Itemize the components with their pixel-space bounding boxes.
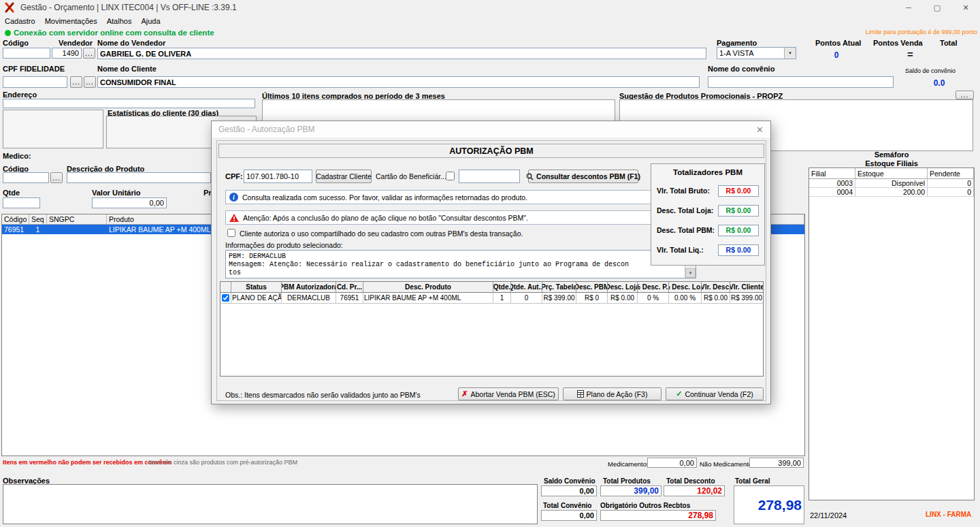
items-grid-header-codigo[interactable]: Código xyxy=(2,214,29,224)
estoque-cell-filial: 0003 xyxy=(809,179,855,187)
pbm-grid-header-autorizadora[interactable]: PBM Autorizadora xyxy=(282,282,336,293)
nao-medicamentos-value: 399,00 xyxy=(749,458,804,468)
pbm-grid-header-cdpr[interactable]: Cd. Pr... xyxy=(336,282,363,293)
menu-cadastro[interactable]: Cadastro xyxy=(0,16,40,27)
pbm-cpf-input[interactable]: 107.901.780-10 xyxy=(244,170,312,183)
items-grid-header-seq[interactable]: Seq xyxy=(29,214,47,224)
cpf-fidelidade-label: CPF FIDELIDADE xyxy=(3,65,65,73)
pbm-cell-autorizadora: DERMACLUB xyxy=(282,293,336,304)
estoque-header-pendente[interactable]: Pendente xyxy=(928,168,974,178)
observacoes-textarea[interactable] xyxy=(3,484,538,524)
vendedor-lookup-button[interactable]: ... xyxy=(83,48,95,59)
cartao-beneficiario-input[interactable] xyxy=(459,170,520,183)
estoque-grid: Filial Estoque Pendente 0003 Disponível … xyxy=(808,167,975,500)
consultar-descontos-button[interactable]: Consultar descontos PBM (F1) xyxy=(528,170,638,183)
produto-codigo-input[interactable] xyxy=(3,172,49,183)
estoque-cell-estoque: 200.00 xyxy=(855,188,928,196)
share-authorization-label: Cliente autoriza o uso compartilhado do … xyxy=(240,229,523,238)
date-label: 22/11/2024 xyxy=(810,511,847,520)
share-authorization-checkbox[interactable] xyxy=(227,229,235,237)
pbm-grid-header-pdesc-lo[interactable]: % Desc. Lo... xyxy=(669,282,702,293)
search-icon xyxy=(526,173,534,180)
minimize-icon[interactable]: ─ xyxy=(896,0,921,15)
pbm-grid-header-status[interactable]: Status xyxy=(231,282,282,293)
window-title: Gestão - Orçamento | LINX ITEC004 | Vs O… xyxy=(20,3,237,12)
pbm-grid-header-qtde-aut[interactable]: Qtde. Aut... xyxy=(511,282,542,293)
item-codigo: 76951 xyxy=(2,225,29,234)
estoque-header-filial[interactable]: Filial xyxy=(809,168,855,178)
pbm-grid-header-desc-pbm[interactable]: Desc. PBM xyxy=(576,282,608,293)
endereco-input[interactable] xyxy=(3,99,255,108)
estoque-header-estoque[interactable]: Estoque xyxy=(855,168,928,178)
pbm-grid-header-prc-tabela[interactable]: Prç. Tabela xyxy=(542,282,576,293)
produto-info-line1: PBM: DERMACLUB xyxy=(229,253,286,260)
menu-bar: Cadastro Movimentações Atalhos Ajuda xyxy=(0,15,980,27)
total-desconto-label: Total Desconto xyxy=(666,477,715,485)
descricao-produto-input[interactable] xyxy=(67,172,211,183)
cpf-lookup-button-1[interactable]: ... xyxy=(70,76,82,88)
pbm-grid: Status PBM Autorizadora Cd. Pr... Desc. … xyxy=(220,281,764,377)
pbm-modal-title: Gestão - Autorização PBM xyxy=(218,125,314,134)
nome-vendedor-input[interactable]: GABRIEL G. DE OLIVERA xyxy=(97,48,706,59)
pontos-venda-label: Pontos Venda xyxy=(873,39,923,47)
pbm-header: AUTORIZAÇÃO PBM xyxy=(218,144,764,158)
semaforo-label: Semáforo xyxy=(808,150,975,159)
menu-movimentacoes[interactable]: Movimentações xyxy=(40,16,102,27)
vendedor-input[interactable]: 1490 xyxy=(52,48,82,59)
pbm-grid-row[interactable]: PLANO DE AÇÃO DERMACLUB 76951 LIPIKAR BA… xyxy=(220,293,763,304)
cadastrar-cliente-button[interactable]: Cadastrar Cliente xyxy=(316,170,372,183)
nao-medicamentos-label: Não Medicamentos xyxy=(700,460,755,468)
abortar-venda-button[interactable]: ✗ Abortar Venda PBM (ESC) xyxy=(458,387,559,400)
vendedor-label: Vendedor xyxy=(59,39,93,47)
saldo-convenio-label: Saldo Convênio xyxy=(544,477,595,485)
estoque-row[interactable]: 0003 Disponível 0 xyxy=(809,179,974,188)
pbm-grid-header-qtde[interactable]: Qtde. xyxy=(493,282,511,293)
pbm-cell-vlr-cliente: R$ 399.00 xyxy=(730,293,763,304)
codigo-input[interactable] xyxy=(3,48,50,59)
nome-cliente-input[interactable]: CONSUMIDOR FINAL xyxy=(97,76,700,88)
abortar-venda-label: Abortar Venda PBM (ESC) xyxy=(470,390,555,398)
chevron-down-icon[interactable]: ▼ xyxy=(784,48,796,59)
cpf-fidelidade-input[interactable] xyxy=(3,76,67,88)
produto-info-textarea[interactable]: PBM: DERMACLUB Mensagem: Atenção: Necess… xyxy=(225,250,696,278)
qtde-label: Qtde xyxy=(3,189,20,197)
pbm-cell-desc-pbm: R$ 0 xyxy=(576,293,608,304)
estoque-cell-pendente: 0 xyxy=(928,179,974,187)
items-grid-header-sngpc[interactable]: SNGPC xyxy=(47,214,107,224)
produto-info-line3: tos xyxy=(229,269,241,276)
estoque-cell-estoque: Disponível xyxy=(855,179,928,187)
scroll-down-icon[interactable]: ▼ xyxy=(685,268,696,278)
close-icon[interactable]: ✕ xyxy=(953,0,979,15)
cartao-beneficiario-checkbox[interactable] xyxy=(446,172,455,180)
estoque-row[interactable]: 0004 200.00 0 xyxy=(809,188,974,197)
menu-atalhos[interactable]: Atalhos xyxy=(102,16,137,27)
estoque-filiais-title: Estoque Filiais xyxy=(808,159,975,167)
plano-acao-button[interactable]: Plano de Ação (F3) xyxy=(563,387,662,400)
pbm-item-checkbox[interactable] xyxy=(222,294,229,302)
pontos-atual-label: Pontos Atual xyxy=(815,39,861,47)
pbm-cell-qtde: 1 xyxy=(493,293,511,304)
pbm-grid-header-desc-loja[interactable]: Desc. Loja xyxy=(608,282,638,293)
pbm-modal-close-icon[interactable]: ✕ xyxy=(756,125,764,135)
qtde-input[interactable] xyxy=(3,197,40,208)
sugestao-lookup-button[interactable]: ... xyxy=(956,91,974,99)
pagamento-select[interactable]: 1-A VISTA ▼ xyxy=(717,47,796,59)
valor-unitario-input[interactable]: 0,00 xyxy=(92,197,167,208)
cpf-lookup-button-2[interactable]: ... xyxy=(84,76,96,88)
pbm-cell-desc-loja: R$ 0.00 xyxy=(608,293,638,304)
pbm-grid-header-vlr-desc[interactable]: Vlr. Desc. xyxy=(702,282,730,293)
menu-ajuda[interactable]: Ajuda xyxy=(136,16,165,27)
produto-info-label: Informações do produto selecionado: xyxy=(225,241,343,249)
produto-lookup-button[interactable]: ... xyxy=(50,172,63,183)
pbm-grid-header-desc-produto[interactable]: Desc. Produto xyxy=(363,282,493,293)
estoque-cell-pendente: 0 xyxy=(928,188,974,196)
maximize-icon[interactable]: ▢ xyxy=(924,0,950,15)
desc-total-pbm-label: Desc. Total PBM: xyxy=(657,226,715,234)
red-note: Itens em vermelho não podem ser recebido… xyxy=(3,459,172,466)
pbm-grid-header-vlr-cliente[interactable]: Vlr. Cliente xyxy=(730,282,763,293)
continuar-venda-button[interactable]: ✓ Continuar Venda (F2) xyxy=(666,387,764,400)
nome-convenio-input[interactable] xyxy=(708,76,894,88)
pbm-grid-header-pdesc-p[interactable]: % Desc. P... xyxy=(638,282,669,293)
medicamentos-value: 0,00 xyxy=(647,458,697,468)
brand-label: LINX - FARMA xyxy=(926,511,971,518)
